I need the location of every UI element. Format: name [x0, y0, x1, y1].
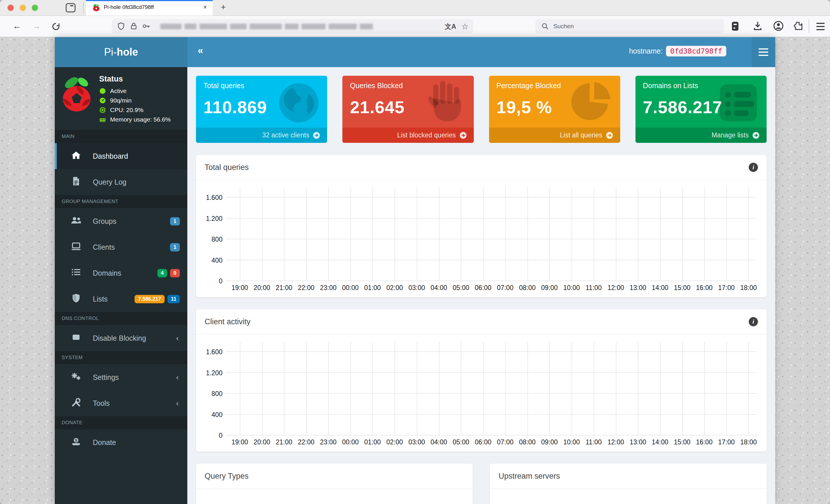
card-body: Percentage Blocked19,5 % — [489, 76, 620, 128]
x-axis-label: 05:00 — [453, 438, 470, 446]
memory-icon — [99, 116, 106, 123]
x-axis-label: 09:00 — [541, 284, 558, 292]
menu-hamburger-icon[interactable] — [816, 22, 825, 31]
card-footer-link[interactable]: List blocked queries — [342, 128, 474, 143]
y-axis-label: 0 — [219, 277, 226, 285]
x-axis-label: 15:00 — [674, 284, 691, 292]
sidebar-item-donate[interactable]: $Donate — [55, 429, 187, 455]
sidebar-item-settings[interactable]: Settings‹ — [55, 364, 187, 390]
v-gridline — [350, 187, 351, 281]
status-active-label: Active — [110, 88, 127, 95]
brand-bold: hole — [117, 46, 138, 58]
account-icon[interactable] — [773, 21, 784, 31]
v-gridline — [394, 187, 395, 281]
sidebar-item-query-log[interactable]: Query Log — [55, 169, 187, 195]
panel-title: Total queries — [204, 163, 249, 172]
x-axis-label: 13:00 — [630, 438, 646, 446]
browser-tab[interactable]: Pi-hole 0fd38cd798ff × — [86, 0, 213, 15]
download-icon[interactable] — [753, 21, 763, 31]
sidebar-item-domains[interactable]: Domains40 — [55, 260, 187, 286]
key-icon[interactable] — [142, 22, 151, 30]
extensions-puzzle-icon[interactable] — [793, 21, 803, 31]
card-footer-label: List all queries — [560, 131, 602, 139]
raspberry-logo-icon — [61, 76, 92, 112]
x-axis-label: 15:00 — [674, 438, 691, 446]
x-axis-label: 23:00 — [320, 438, 337, 446]
x-axis-label: 11:00 — [585, 438, 602, 446]
pihole-logo[interactable]: Pi-hole — [55, 37, 187, 67]
sidebar-item-tools[interactable]: Tools‹ — [55, 390, 187, 416]
pie-icon — [569, 80, 615, 127]
shield-icon[interactable] — [117, 22, 125, 30]
x-axis-label: 03:00 — [408, 284, 425, 292]
url-bar[interactable]: 文A ☆ — [112, 19, 473, 33]
status-dot-icon — [99, 88, 106, 95]
search-field[interactable]: Suchen — [536, 19, 724, 33]
stat-card-percentage-blocked: Percentage Blocked19,5 %List all queries — [489, 76, 620, 143]
bookmark-star-icon[interactable]: ☆ — [461, 22, 469, 31]
sidebar-item-dashboard[interactable]: Dashboard — [55, 143, 187, 169]
shield-icon — [70, 294, 83, 304]
toolbar-separator — [809, 19, 809, 33]
y-axis-label: 400 — [212, 256, 226, 264]
sidebar-item-label: Clients — [93, 243, 115, 251]
tab-close-icon[interactable]: × — [203, 3, 207, 11]
x-axis-label: 04:00 — [430, 438, 447, 446]
lock-icon[interactable] — [130, 22, 138, 30]
client-activity-chart[interactable]: 04008001.2001.60019:0020:0021:0022:0023:… — [204, 336, 758, 451]
x-axis-label: 16:00 — [696, 284, 713, 292]
v-gridline — [306, 187, 307, 281]
v-gridline — [726, 342, 727, 435]
status-rate-row: 90q/min — [99, 97, 187, 104]
sidebar-item-clients[interactable]: Clients1 — [55, 234, 187, 260]
reload-icon[interactable] — [51, 22, 61, 31]
v-gridline — [572, 342, 572, 435]
v-gridline — [306, 342, 307, 435]
query-types-header: Query Types — [196, 464, 473, 489]
x-axis-label: 03:00 — [408, 438, 425, 446]
x-axis-label: 17:00 — [718, 438, 735, 446]
v-gridline — [372, 342, 373, 435]
info-icon[interactable]: i — [749, 317, 758, 326]
x-axis-label: 01:00 — [364, 284, 381, 292]
window-zoom-button[interactable] — [32, 5, 38, 11]
navbar-menu-button[interactable] — [752, 37, 775, 67]
toolbox-icon[interactable] — [730, 21, 740, 32]
v-gridline — [704, 342, 705, 435]
card-footer-link[interactable]: List all queries — [489, 128, 620, 143]
v-gridline — [461, 342, 461, 435]
sidebar-item-disable-blocking[interactable]: Disable Blocking‹ — [55, 325, 187, 351]
sidebar-item-label: Dashboard — [93, 152, 128, 160]
h-gridline — [226, 414, 757, 415]
back-button[interactable]: ← — [13, 21, 21, 31]
window-minimize-button[interactable] — [20, 5, 26, 11]
x-axis-label: 18:00 — [740, 284, 757, 292]
v-gridline — [528, 342, 528, 435]
x-axis-label: 19:00 — [231, 284, 248, 292]
translate-icon[interactable]: 文A — [445, 22, 456, 31]
menu-section-header: DNS CONTROL — [55, 312, 187, 325]
sidebar-collapse-button[interactable]: « — [198, 45, 203, 56]
desktop: Pi-hole 0fd38cd798ff × + ← → — [0, 0, 830, 504]
x-axis-label: 07:00 — [497, 438, 514, 446]
x-axis-label: 10:00 — [563, 284, 580, 292]
new-tab-button[interactable]: + — [221, 2, 226, 12]
card-footer-label: Manage lists — [711, 131, 749, 139]
summary-cards: Total queries110.86932 active clientsQue… — [196, 76, 767, 143]
sidebar-item-lists[interactable]: Lists7.586.21711 — [55, 286, 187, 312]
forward-button[interactable]: → — [32, 21, 41, 31]
window-close-button[interactable] — [7, 5, 14, 11]
card-footer-link[interactable]: Manage lists — [635, 128, 767, 143]
app-sidebar: Status Active 90q/min — [55, 67, 187, 504]
y-axis-label: 800 — [212, 236, 226, 243]
sidebar-toggle-icon[interactable] — [66, 3, 75, 12]
main-content: Total queries110.86932 active clientsQue… — [187, 67, 775, 504]
card-footer-link[interactable]: 32 active clients — [196, 128, 327, 143]
total-queries-chart[interactable]: 04008001.2001.60019:0020:0021:0022:0023:… — [204, 182, 758, 297]
info-icon[interactable]: i — [749, 163, 758, 172]
sidebar-item-groups[interactable]: Groups1 — [55, 208, 187, 234]
menu-section-header: MAIN — [55, 130, 187, 143]
upstream-servers-panel: Upstream servers — [490, 464, 767, 504]
arrow-circle-icon — [606, 132, 613, 139]
badge: 7.586.217 — [135, 295, 165, 303]
